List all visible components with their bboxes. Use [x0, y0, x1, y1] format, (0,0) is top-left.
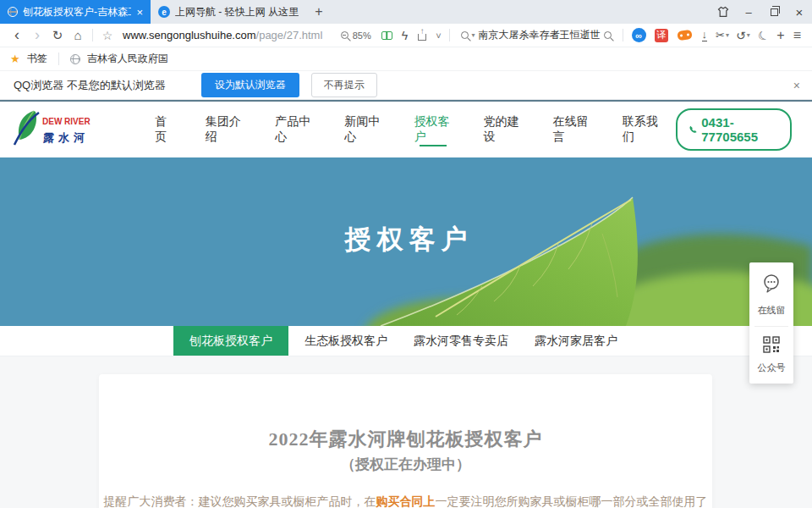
minimize-button[interactable]: –	[736, 0, 761, 24]
divider	[449, 29, 450, 41]
nav-item-party[interactable]: 党的建设	[468, 102, 537, 157]
notification-message: QQ浏览器 不是您的默认浏览器	[14, 78, 166, 93]
back-button[interactable]: ‹	[7, 25, 27, 47]
share-icon[interactable]	[418, 34, 426, 41]
page-content: 2022年露水河牌刨花板授权客户 （授权正在办理中） 提醒广大消费者：建议您购买…	[0, 356, 812, 508]
svg-text:露水河: 露水河	[42, 131, 89, 144]
game-center-icon[interactable]	[677, 30, 692, 41]
window-controls: – ×	[710, 0, 812, 24]
chevron-down-icon[interactable]: ˅	[436, 30, 441, 41]
search-box[interactable]: ▾ 南京大屠杀幸存者王恒逝世	[454, 28, 618, 42]
chat-bubble-icon	[761, 273, 782, 295]
nav-item-authorized-clients[interactable]: 授权客户	[398, 102, 467, 157]
divider	[92, 29, 93, 41]
zoom-out-icon[interactable]	[341, 31, 348, 39]
phone-button[interactable]: 0431-77705655	[676, 108, 792, 151]
bookmarks-star-icon: ★	[10, 52, 20, 65]
account-icon[interactable]: ∞	[632, 28, 646, 42]
maximize-button[interactable]	[761, 0, 787, 24]
set-default-browser-button[interactable]: 设为默认浏览器	[201, 73, 299, 97]
notice-highlight-contract: 购买合同上	[376, 495, 436, 508]
floating-contact-widget: 在线留 公众号	[749, 262, 793, 384]
dismiss-button[interactable]: 不再提示	[311, 73, 377, 97]
restore-icon	[771, 8, 778, 16]
nav-item-products[interactable]: 产品中心	[259, 102, 328, 157]
default-browser-notification: QQ浏览器 不是您的默认浏览器 设为默认浏览器 不再提示 ×	[0, 71, 812, 100]
article-card: 2022年露水河牌刨花板授权客户 （授权正在办理中） 提醒广大消费者：建议您购买…	[99, 374, 712, 508]
search-hotword[interactable]: 南京大屠杀幸存者王恒逝世	[479, 28, 601, 42]
nav-item-about[interactable]: 集团介绍	[189, 102, 259, 157]
address-bar[interactable]: www.sengonglushuihe.com/page/27.html	[118, 29, 341, 41]
search-icon[interactable]	[604, 31, 612, 39]
translate-icon[interactable]: 译	[655, 29, 668, 42]
zoom-level[interactable]: 85%	[353, 30, 371, 41]
night-mode-icon[interactable]: ☾	[755, 27, 771, 44]
refresh-button[interactable]: ↻	[47, 25, 68, 47]
search-engine-icon	[461, 31, 469, 39]
tab-ecoboard-clients[interactable]: 生态板授权客户	[288, 326, 403, 356]
phone-number: 0431-77705655	[701, 115, 779, 144]
browser-tab-bar: 刨花板授权客户-吉林森工远东林业 × e 上网导航 - 轻快上网 从这里开始 +…	[0, 0, 812, 24]
tab-close-icon[interactable]: ×	[136, 6, 143, 19]
accelerate-icon[interactable]: ϟ	[402, 29, 408, 42]
official-account-button[interactable]: 公众号	[749, 336, 793, 374]
bookmark-globe-icon	[70, 54, 80, 64]
divider	[623, 29, 623, 41]
divider	[754, 326, 788, 327]
hero-title: 授权客户	[0, 222, 812, 257]
close-window-button[interactable]: ×	[787, 0, 812, 24]
forward-button[interactable]: ›	[27, 25, 47, 47]
main-navigation: 首页 集团介绍 产品中心 新闻中心 授权客户 党的建设 在线留言 联系我们	[139, 102, 676, 157]
caret-down-icon: ▾	[747, 31, 750, 39]
notice-text: 一定要注明您所购家具或橱柜哪一部分或全部使用了	[436, 495, 708, 508]
bookmark-star-button[interactable]: ☆	[97, 25, 118, 47]
page-globe-icon	[8, 7, 18, 17]
download-icon[interactable]: ↓	[702, 29, 708, 41]
close-notification-icon[interactable]: ×	[793, 79, 800, 92]
hero-banner: 授权客户	[0, 157, 812, 326]
tab-title: 上网导航 - 轻快上网 从这里开始	[175, 5, 299, 19]
shirt-icon	[717, 6, 729, 18]
new-tab-button[interactable]: +	[306, 0, 332, 24]
browser-skin-button[interactable]	[710, 0, 736, 24]
site-logo[interactable]: DEW RIVER 露水河	[12, 108, 103, 152]
official-account-label: 公众号	[749, 362, 793, 374]
navigation-site-icon: e	[158, 6, 170, 18]
browser-toolbar: ‹ › ↻ ⌂ ☆ www.sengonglushuihe.com/page/2…	[0, 24, 812, 47]
browser-tab-nav-page[interactable]: e 上网导航 - 轻快上网 从这里开始	[151, 0, 306, 24]
nav-item-message[interactable]: 在线留言	[537, 102, 606, 157]
site-header: DEW RIVER 露水河 首页 集团介绍 产品中心 新闻中心 授权客户 党的建…	[0, 100, 812, 157]
caret-down-icon: ▾	[726, 31, 729, 39]
history-icon: ↺	[736, 29, 746, 42]
menu-icon[interactable]: ≡	[793, 28, 801, 43]
nav-item-news[interactable]: 新闻中心	[328, 102, 398, 157]
caret-down-icon[interactable]: ▾	[472, 31, 475, 39]
reading-mode-icon[interactable]	[381, 31, 392, 40]
url-path: /page/27.html	[256, 29, 323, 41]
tab-particleboard-clients[interactable]: 刨花板授权客户	[173, 326, 288, 356]
tab-home-clients[interactable]: 露水河家居客户	[518, 326, 634, 356]
online-message-button[interactable]: 在线留	[749, 273, 793, 317]
phone-icon	[689, 124, 698, 135]
scissors-icon: ✂	[716, 29, 725, 41]
home-button[interactable]: ⌂	[68, 25, 88, 47]
client-category-tabs: 刨花板授权客户 生态板授权客户 露水河零售专卖店 露水河家居客户	[0, 326, 812, 356]
tab-title: 刨花板授权客户-吉林森工远东林业	[23, 5, 131, 19]
screenshot-button[interactable]: ✂ ▾	[716, 29, 729, 41]
add-extension-icon[interactable]: +	[776, 28, 784, 43]
consumer-notice: 提醒广大消费者：建议您购买家具或橱柜产品时，在购买合同上一定要注明您所购家具或橱…	[99, 494, 712, 508]
dew-river-logo-icon: DEW RIVER 露水河	[12, 108, 103, 148]
qr-code-icon	[763, 336, 780, 353]
nav-item-contact[interactable]: 联系我们	[606, 102, 676, 157]
nav-item-home[interactable]: 首页	[139, 102, 189, 157]
notice-text: 提醒广大消费者：建议您购买家具或橱柜产品时，在	[104, 495, 376, 508]
article-title: 2022年露水河牌刨花板授权客户	[99, 374, 712, 452]
bookmarks-bar: ★ 书签 吉林省人民政府国	[0, 47, 812, 71]
history-button[interactable]: ↺ ▾	[736, 29, 750, 42]
bookmark-item[interactable]: 吉林省人民政府国	[87, 52, 168, 66]
bookmarks-label[interactable]: 书签	[27, 52, 47, 66]
tab-retail-stores[interactable]: 露水河零售专卖店	[403, 326, 518, 356]
svg-text:DEW RIVER: DEW RIVER	[42, 117, 91, 126]
url-host: www.sengonglushuihe.com	[123, 29, 256, 41]
browser-tab-active[interactable]: 刨花板授权客户-吉林森工远东林业 ×	[0, 0, 151, 24]
